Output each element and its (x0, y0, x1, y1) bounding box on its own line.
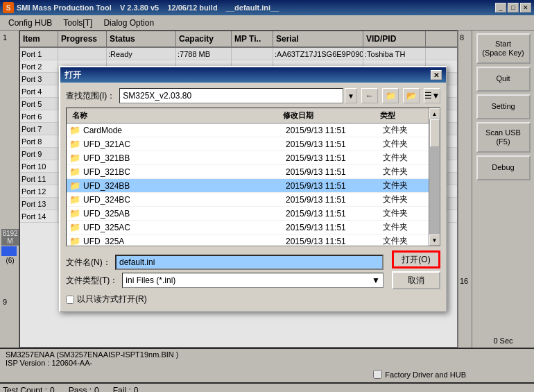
file-list-item[interactable]: 📁 UFD_321BB 2015/9/13 11:51 文件夹 (67, 151, 429, 165)
file-list-item[interactable]: 📁 UFD_324BC 2015/9/13 11:51 文件夹 (67, 193, 429, 207)
scope-dropdown-btn[interactable]: ▼ (345, 88, 357, 103)
file-list-container: 名称 修改日期 类型 📁 CardMode 2015/9/13 11:51 文件… (66, 108, 440, 246)
scroll-up-btn[interactable]: ▲ (429, 108, 440, 119)
file-list-scrollbar: ▲ ▼ (429, 108, 440, 246)
file-modified-cell: 2015/9/13 11:51 (283, 123, 380, 137)
col-name-header: 名称 (69, 110, 280, 121)
nav-back-btn[interactable]: ← (361, 88, 378, 103)
scope-input[interactable] (119, 88, 343, 103)
folder-icon: 📁 (69, 208, 80, 219)
new-folder-btn[interactable]: 📂 (403, 88, 420, 103)
file-modified-cell: 2015/9/13 11:51 (283, 221, 380, 234)
file-name-cell: 📁 UFD_321AC (67, 137, 283, 151)
folder-icon: 📁 (69, 153, 80, 163)
file-list-item[interactable]: 📁 UFD_321AC 2015/9/13 11:51 文件夹 (67, 137, 429, 151)
file-modified-cell: 2015/9/13 11:51 (283, 137, 380, 151)
file-modified-cell: 2015/9/13 11:51 (283, 207, 380, 220)
filename-label: 文件名(N)： (66, 257, 111, 269)
file-name-cell: 📁 UFD_321BC (67, 165, 283, 178)
folder-icon: 📁 (69, 139, 80, 149)
file-modified-cell: 2015/9/13 11:51 (283, 235, 380, 246)
scroll-track (429, 119, 440, 235)
file-list-item[interactable]: 📁 UFD_321BC 2015/9/13 11:51 文件夹 (67, 165, 429, 179)
view-btn[interactable]: ☰▼ (424, 88, 440, 103)
filetype-label: 文件类型(T)： (66, 275, 118, 287)
folder-icon: 📁 (69, 180, 80, 191)
scroll-thumb[interactable] (430, 119, 440, 147)
file-name-cell: 📁 UFD_324BC (67, 193, 283, 206)
file-list: 名称 修改日期 类型 📁 CardMode 2015/9/13 11:51 文件… (67, 108, 429, 246)
col-type-header: 类型 (377, 110, 426, 121)
cancel-button[interactable]: 取消 (392, 271, 440, 289)
file-type-cell: 文件夹 (380, 193, 429, 206)
file-name-cell: 📁 UFD_325A (67, 235, 283, 246)
scope-label: 查找范围(I)： (66, 90, 115, 102)
file-type-cell: 文件夹 (380, 179, 429, 192)
file-modified-cell: 2015/9/13 11:51 (283, 179, 380, 192)
scope-combo: ▼ (119, 88, 357, 103)
folder-icon: 📁 (69, 194, 80, 205)
file-type-cell: 文件夹 (380, 151, 429, 164)
readonly-checkbox[interactable] (66, 296, 74, 304)
file-name-cell: 📁 UFD_325AC (67, 221, 283, 234)
folder-icon: 📁 (69, 236, 80, 246)
filename-input[interactable] (115, 255, 384, 270)
file-list-item[interactable]: 📁 UFD_324BB 2015/9/13 11:51 文件夹 (67, 179, 429, 193)
folder-icon: 📁 (69, 125, 80, 135)
dialog-title-bar: 打开 ✕ (60, 67, 446, 83)
dialog-close-button[interactable]: ✕ (431, 70, 442, 80)
filetype-combo[interactable]: ini Files (*.ini) ▼ (122, 273, 384, 288)
file-list-item[interactable]: 📁 UFD_325AC 2015/9/13 11:51 文件夹 (67, 221, 429, 235)
folder-icon: 📁 (69, 222, 80, 232)
file-list-item[interactable]: 📁 UFD_325A 2015/9/13 11:51 文件夹 (67, 235, 429, 246)
file-type-cell: 文件夹 (380, 165, 429, 178)
file-modified-cell: 2015/9/13 11:51 (283, 165, 380, 178)
open-button[interactable]: 打开(O) (392, 250, 440, 269)
nav-up-btn[interactable]: 📁 (382, 88, 399, 103)
file-list-item[interactable]: 📁 UFD_325AB 2015/9/13 11:51 文件夹 (67, 207, 429, 221)
file-type-cell: 文件夹 (380, 221, 429, 234)
scroll-down-btn[interactable]: ▼ (429, 235, 440, 246)
file-name-cell: 📁 CardMode (67, 123, 283, 137)
file-modified-cell: 2015/9/13 11:51 (283, 151, 380, 164)
col-modified-header: 修改日期 (280, 110, 377, 121)
dialog-overlay: 打开 ✕ 查找范围(I)： ▼ ← 📁 📂 ☰▼ 名称 (0, 0, 534, 392)
file-type-cell: 文件夹 (380, 207, 429, 220)
file-name-cell: 📁 UFD_321BB (67, 151, 283, 164)
readonly-label: 以只读方式打开(R) (77, 293, 147, 305)
file-name-cell: 📁 UFD_324BB (67, 179, 283, 192)
folder-icon: 📁 (69, 167, 80, 177)
file-name-cell: 📁 UFD_325AB (67, 207, 283, 220)
open-file-dialog: 打开 ✕ 查找范围(I)： ▼ ← 📁 📂 ☰▼ 名称 (59, 66, 447, 312)
dialog-title-text: 打开 (64, 69, 81, 81)
file-list-item[interactable]: 📁 CardMode 2015/9/13 11:51 文件夹 (67, 123, 429, 137)
file-type-cell: 文件夹 (380, 137, 429, 151)
file-modified-cell: 2015/9/13 11:51 (283, 193, 380, 206)
file-type-cell: 文件夹 (380, 123, 429, 137)
file-type-cell: 文件夹 (380, 235, 429, 246)
